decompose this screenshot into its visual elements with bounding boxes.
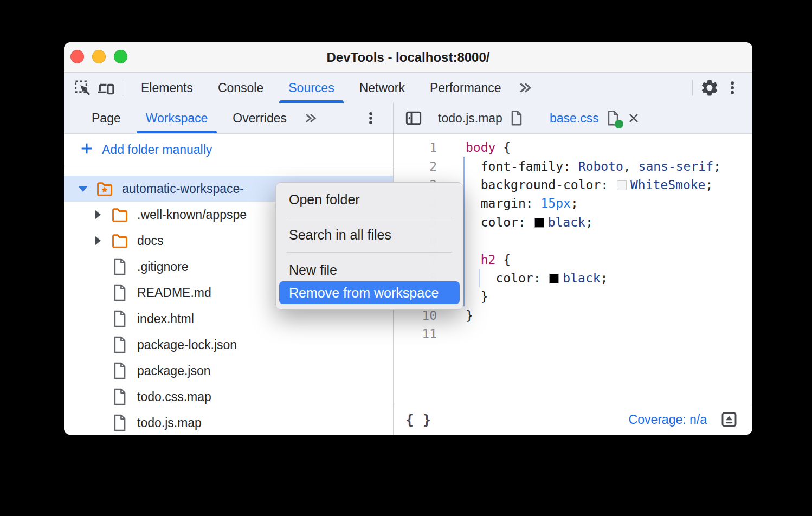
code-token: black <box>548 215 585 229</box>
context-menu: Open folderSearch in all filesNew fileRe… <box>275 182 463 310</box>
code-token: : <box>526 196 541 210</box>
document-icon <box>606 110 620 126</box>
menu-item-label: Remove from workspace <box>289 285 439 301</box>
code-line: 1body { <box>394 138 752 157</box>
toolbar-divider-right <box>692 80 693 96</box>
file-icon <box>111 414 129 432</box>
panel-tab-label: Performance <box>430 81 501 95</box>
settings-gear-icon[interactable] <box>698 76 721 99</box>
menu-item-search-in-all-files[interactable]: Search in all files <box>279 223 460 246</box>
more-navigator-tabs-chevron-icon[interactable] <box>299 107 322 130</box>
menu-separator <box>287 217 452 217</box>
navigator-tab-overrides[interactable]: Overrides <box>220 103 299 133</box>
code-token: , <box>623 159 639 173</box>
code-token <box>466 215 481 229</box>
code-token: : <box>563 159 578 173</box>
window-title: DevTools - localhost:8000/ <box>64 42 752 72</box>
code-token: { <box>495 253 511 267</box>
document-icon <box>510 110 524 126</box>
tree-item-label: package-lock.json <box>137 338 237 352</box>
file-icon <box>111 362 129 380</box>
menu-item-remove-from-workspace[interactable]: Remove from workspace <box>279 281 460 304</box>
navigator-tab-workspace[interactable]: Workspace <box>133 103 221 133</box>
editor-tab-label: todo.js.map <box>438 111 502 126</box>
plus-icon <box>79 141 94 159</box>
color-swatch[interactable] <box>534 218 544 228</box>
titlebar[interactable]: DevTools - localhost:8000/ <box>64 42 752 73</box>
code-token: sans-serif <box>639 159 713 173</box>
tree-item-label: todo.css.map <box>137 390 211 404</box>
code-token: { <box>495 140 511 154</box>
color-swatch[interactable] <box>549 274 559 283</box>
desktop-background: DevTools - localhost:8000/ ElementsConso… <box>0 0 812 516</box>
chevron-expanded-icon[interactable] <box>77 186 89 192</box>
close-tab-icon[interactable] <box>627 112 640 125</box>
pretty-print-icon[interactable]: { } <box>405 412 431 428</box>
code-token <box>466 196 481 210</box>
navigator-tabs: PageWorkspaceOverrides <box>79 103 299 133</box>
line-number: 10 <box>394 308 437 322</box>
code-token: ; <box>571 196 578 210</box>
panel-tab-console[interactable]: Console <box>205 73 276 103</box>
color-swatch[interactable] <box>617 180 627 190</box>
editor-statusbar: { } Coverage: n/a <box>394 404 752 435</box>
code-line-content: body { <box>437 140 511 154</box>
line-number: 11 <box>394 327 437 341</box>
menu-item-label: Open folder <box>289 192 360 208</box>
code-token: ; <box>585 215 593 229</box>
main-menu-kebab-icon[interactable] <box>721 76 744 99</box>
coverage-link[interactable]: Coverage: n/a <box>629 412 707 427</box>
file-icon <box>111 309 129 328</box>
workspace-folder-star-icon <box>95 179 114 198</box>
code-line-content: background-color: WhiteSmoke; <box>437 178 713 192</box>
code-token: } <box>466 308 473 322</box>
code-token: h2 <box>481 253 496 267</box>
panel-tab-performance[interactable]: Performance <box>417 73 514 103</box>
navigator-tab-page[interactable]: Page <box>79 103 133 133</box>
code-token: WhiteSmoke <box>630 178 705 192</box>
panel-tab-network[interactable]: Network <box>347 73 417 103</box>
chevron-collapsed-icon[interactable] <box>92 210 104 219</box>
panel-tab-elements[interactable]: Elements <box>128 73 205 103</box>
code-token: 15px <box>541 196 571 210</box>
code-token <box>466 253 481 267</box>
toggle-navigator-sidebar-icon[interactable] <box>402 107 425 130</box>
navigator-tab-label: Page <box>92 111 121 126</box>
code-token: color <box>495 271 533 285</box>
tree-item-label: docs <box>137 234 164 248</box>
toolbar-divider <box>123 80 123 96</box>
tree-row-todo-css-map[interactable]: todo.css.map <box>64 384 393 410</box>
editor-tab-todo-js-map[interactable]: todo.js.map <box>425 103 537 133</box>
device-toolbar-icon[interactable] <box>94 76 117 99</box>
menu-item-open-folder[interactable]: Open folder <box>279 188 460 211</box>
navigator-menu-kebab-icon[interactable] <box>359 107 382 130</box>
tree-row-package-json[interactable]: package.json <box>64 358 393 384</box>
tree-item-label: todo.js.map <box>137 416 202 430</box>
main-toolbar: ElementsConsoleSourcesNetworkPerformance <box>64 73 752 104</box>
panel-tabs: ElementsConsoleSourcesNetworkPerformance <box>128 73 514 103</box>
open-file-eject-icon[interactable] <box>718 408 740 431</box>
editor-tabbar: todo.js.mapbase.css <box>394 103 752 134</box>
folder-icon <box>111 205 129 224</box>
chevron-collapsed-icon[interactable] <box>92 236 104 245</box>
panel-tab-label: Elements <box>141 81 193 95</box>
inspect-element-icon[interactable] <box>72 76 94 99</box>
code-token: body <box>466 140 495 154</box>
file-icon <box>111 388 129 406</box>
triangle-glyph <box>95 210 101 219</box>
file-icon <box>111 336 129 354</box>
code-token: ; <box>713 159 721 173</box>
tree-row-todo-js-map[interactable]: todo.js.map <box>64 410 393 435</box>
tree-row-package-lock-json[interactable]: package-lock.json <box>64 332 393 358</box>
panel-tab-sources[interactable]: Sources <box>276 73 346 103</box>
add-folder-manually-button[interactable]: Add folder manually <box>64 134 393 166</box>
file-icon <box>111 257 129 276</box>
file-icon <box>111 283 129 302</box>
tree-item-label: README.md <box>137 286 211 300</box>
line-number: 1 <box>394 140 437 154</box>
menu-item-new-file[interactable]: New file <box>279 259 460 281</box>
editor-tab-base-css[interactable]: base.css <box>537 103 660 133</box>
code-token: : <box>601 178 616 192</box>
more-panels-chevron-icon[interactable] <box>514 76 537 99</box>
folder-icon <box>111 231 129 250</box>
